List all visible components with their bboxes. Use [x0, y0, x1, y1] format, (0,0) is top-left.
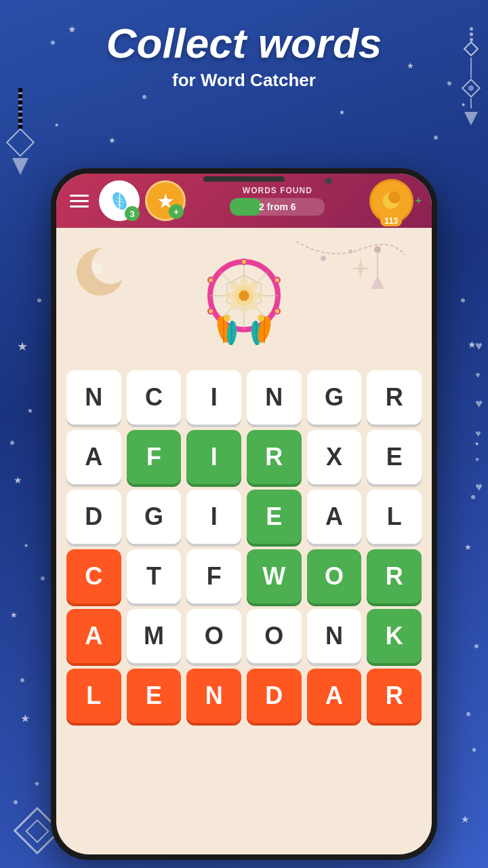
- svg-point-42: [274, 277, 280, 283]
- sparkle-decoration: [350, 255, 371, 296]
- letter-tile-1-0[interactable]: A: [66, 430, 121, 484]
- letter-tile-4-0[interactable]: A: [66, 609, 121, 663]
- menu-line-2: [70, 200, 89, 202]
- svg-point-6: [388, 191, 401, 203]
- letter-tile-1-4[interactable]: X: [307, 430, 362, 484]
- letter-row-5: LENDAR: [66, 669, 422, 723]
- words-found-bar: 2 from 6: [230, 198, 325, 216]
- letter-tile-1-1[interactable]: F: [127, 430, 182, 484]
- letter-tile-1-2[interactable]: I: [186, 430, 241, 484]
- left-hanging-decoration: [10, 88, 30, 175]
- svg-point-11: [348, 250, 352, 254]
- star-badge[interactable]: ★ +: [145, 180, 186, 221]
- phone-screen: 3 ★ + WORDS FOUND 2 from 6: [56, 174, 432, 854]
- title-area: Collect words for Word Catcher: [0, 20, 488, 91]
- sub-title: for Word Catcher: [0, 70, 488, 91]
- letter-tile-5-5[interactable]: R: [367, 669, 422, 723]
- coins-plus[interactable]: +: [415, 195, 422, 206]
- menu-line-1: [70, 195, 89, 197]
- dreamcatcher-area: [56, 235, 432, 363]
- letter-tile-5-2[interactable]: N: [186, 669, 241, 723]
- letter-tile-5-0[interactable]: L: [66, 669, 121, 723]
- letter-tile-5-3[interactable]: D: [247, 669, 302, 723]
- svg-point-44: [208, 277, 214, 283]
- letter-tile-3-4[interactable]: O: [307, 549, 362, 604]
- letter-tile-0-5[interactable]: R: [367, 370, 422, 425]
- svg-marker-46: [350, 258, 371, 279]
- letter-tile-1-5[interactable]: E: [367, 430, 422, 484]
- phone-camera: [325, 178, 332, 184]
- letter-tile-4-3[interactable]: O: [247, 609, 302, 663]
- app-header: 3 ★ + WORDS FOUND 2 from 6: [56, 174, 432, 228]
- letter-row-2: DGIEAL: [66, 490, 422, 544]
- letter-tile-0-0[interactable]: N: [66, 370, 121, 425]
- svg-point-40: [258, 315, 264, 321]
- star-plus: +: [169, 204, 184, 219]
- letter-tile-2-2[interactable]: I: [186, 490, 241, 544]
- letter-tile-0-4[interactable]: G: [307, 370, 362, 425]
- coins-wrapper: 113 +: [369, 179, 422, 223]
- letter-row-3: CTFWOR: [66, 549, 422, 604]
- letter-tile-5-1[interactable]: E: [127, 669, 182, 723]
- svg-point-10: [321, 256, 326, 261]
- letter-tile-3-2[interactable]: F: [186, 549, 241, 604]
- feather-count: 3: [125, 206, 140, 221]
- words-found-fill: [230, 198, 261, 216]
- moon-icon: [381, 191, 401, 211]
- letter-row-1: AFIRXE: [66, 430, 422, 484]
- words-found-text: 2 from 6: [259, 201, 296, 212]
- letter-tile-2-0[interactable]: D: [66, 490, 121, 544]
- letter-tile-1-3[interactable]: R: [247, 430, 302, 484]
- letter-tile-3-3[interactable]: W: [247, 549, 302, 604]
- words-found-area: WORDS FOUND 2 from 6: [189, 186, 366, 216]
- svg-point-41: [241, 259, 247, 264]
- bottom-decoration: [20, 814, 54, 848]
- phone-frame: 3 ★ + WORDS FOUND 2 from 6: [51, 168, 437, 860]
- main-title: Collect words: [0, 20, 488, 66]
- menu-button[interactable]: [66, 187, 94, 214]
- letter-tile-3-1[interactable]: T: [127, 549, 182, 604]
- menu-line-3: [70, 205, 89, 208]
- svg-point-9: [92, 263, 102, 274]
- dreamcatcher: [190, 245, 298, 353]
- words-found-label: WORDS FOUND: [243, 186, 312, 195]
- letter-tile-4-4[interactable]: N: [307, 609, 362, 663]
- svg-point-39: [224, 315, 230, 321]
- letter-tile-3-0[interactable]: C: [66, 549, 121, 604]
- letter-tile-0-3[interactable]: N: [247, 370, 302, 425]
- letter-row-0: NCINGR: [66, 370, 422, 425]
- feather-badge[interactable]: 3: [99, 180, 140, 221]
- letter-row-4: AMOONK: [66, 609, 422, 663]
- svg-point-43: [274, 309, 280, 314]
- letter-tile-4-5[interactable]: K: [367, 609, 422, 663]
- game-area: NCINGRAFIRXEDGIEALCTFWORAMOONKLENDAR: [56, 228, 432, 730]
- svg-point-12: [374, 246, 381, 253]
- letter-tile-5-4[interactable]: A: [307, 669, 362, 723]
- svg-marker-14: [371, 275, 384, 289]
- letter-tile-4-1[interactable]: M: [127, 609, 182, 663]
- svg-point-45: [208, 309, 214, 314]
- letter-tile-2-4[interactable]: A: [307, 490, 362, 544]
- letter-grid: NCINGRAFIRXEDGIEALCTFWORAMOONKLENDAR: [56, 363, 432, 730]
- letter-tile-0-1[interactable]: C: [127, 370, 182, 425]
- phone-notch: [203, 176, 285, 182]
- moon-decoration: [73, 245, 127, 299]
- letter-tile-3-5[interactable]: R: [367, 549, 422, 604]
- coins-count: 113: [380, 216, 402, 226]
- letter-tile-4-2[interactable]: O: [186, 609, 241, 663]
- letter-tile-2-5[interactable]: L: [367, 490, 422, 544]
- letter-tile-0-2[interactable]: I: [186, 370, 241, 425]
- hearts-decoration: ♥ ♥ ♥ ♥ ♥ ♥: [475, 339, 483, 494]
- coins-button[interactable]: 113: [369, 179, 413, 223]
- letter-tile-2-1[interactable]: G: [127, 490, 182, 544]
- letter-tile-2-3[interactable]: E: [247, 490, 302, 544]
